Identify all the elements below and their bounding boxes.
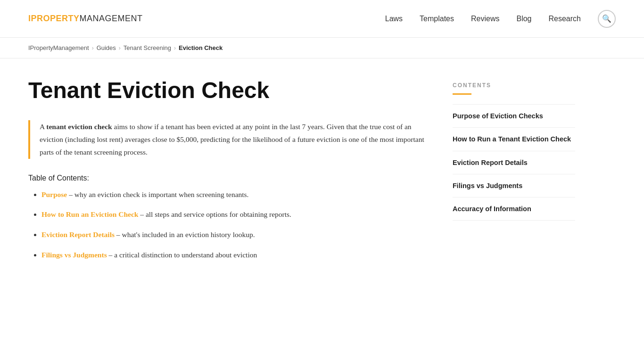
breadcrumb-separator-1: › <box>92 45 94 51</box>
toc-list: Purpose – why an eviction check is impor… <box>28 189 424 261</box>
logo-iproperty: iPROPERTY <box>28 14 80 24</box>
breadcrumb-item-guides[interactable]: Guides <box>97 44 116 51</box>
intro-bold: tenant eviction check <box>46 123 112 131</box>
site-logo[interactable]: iPROPERTYMANAGEMENT <box>28 14 143 24</box>
page-title: Tenant Eviction Check <box>28 77 424 103</box>
list-item: How to Run an Eviction Check – all steps… <box>41 209 424 221</box>
contents-nav-item-report-details[interactable]: Eviction Report Details <box>453 151 575 174</box>
contents-divider <box>453 93 471 95</box>
breadcrumb: IPropertyManagement › Guides › Tenant Sc… <box>0 38 644 58</box>
contents-label: CONTENTS <box>453 82 575 89</box>
search-icon: 🔍 <box>602 14 611 23</box>
article: Tenant Eviction Check A tenant eviction … <box>28 77 424 270</box>
intro-block: A tenant eviction check aims to show if … <box>28 120 424 158</box>
toc-link-how-to-run[interactable]: How to Run an Eviction Check <box>41 210 138 218</box>
list-item: Eviction Report Details – what's include… <box>41 229 424 241</box>
sidebar: CONTENTS Purpose of Eviction Checks How … <box>453 77 575 270</box>
site-header: iPROPERTYMANAGEMENT Laws Templates Revie… <box>0 0 644 38</box>
nav-item-laws[interactable]: Laws <box>385 15 403 23</box>
breadcrumb-item-tenant-screening[interactable]: Tenant Screening <box>124 44 171 51</box>
nav-item-blog[interactable]: Blog <box>516 15 531 23</box>
nav-item-templates[interactable]: Templates <box>420 15 454 23</box>
contents-nav-item-accuracy[interactable]: Accuracy of Information <box>453 197 575 221</box>
nav-item-research[interactable]: Research <box>549 15 581 23</box>
toc-colon: : <box>87 174 89 182</box>
intro-prefix: A <box>40 123 46 131</box>
contents-nav-item-purpose[interactable]: Purpose of Eviction Checks <box>453 104 575 128</box>
logo-management: MANAGEMENT <box>80 14 143 24</box>
main-nav: Laws Templates Reviews Blog Research 🔍 <box>385 10 616 28</box>
breadcrumb-separator-3: › <box>174 45 176 51</box>
toc-link-purpose[interactable]: Purpose <box>41 190 67 198</box>
toc-heading-text: Table of Contents <box>28 174 87 182</box>
toc-suffix-how-to-run: – all steps and service options for obta… <box>138 210 291 218</box>
toc-suffix-filings-judgments: – a critical distinction to understand a… <box>107 251 257 259</box>
contents-nav: Purpose of Eviction Checks How to Run a … <box>453 104 575 221</box>
contents-nav-item-filings[interactable]: Filings vs Judgments <box>453 174 575 197</box>
toc-suffix-purpose: – why an eviction check is important whe… <box>67 190 248 198</box>
toc-link-report-details[interactable]: Eviction Report Details <box>41 230 115 239</box>
page-content: Tenant Eviction Check A tenant eviction … <box>0 58 644 298</box>
search-button[interactable]: 🔍 <box>598 10 616 28</box>
list-item: Filings vs Judgments – a critical distin… <box>41 249 424 261</box>
toc-link-filings-judgments[interactable]: Filings vs Judgments <box>41 251 107 259</box>
toc-suffix-report-details: – what's included in an eviction history… <box>115 230 255 239</box>
list-item: Purpose – why an eviction check is impor… <box>41 189 424 201</box>
intro-paragraph: A tenant eviction check aims to show if … <box>40 120 424 158</box>
breadcrumb-item-home[interactable]: IPropertyManagement <box>28 44 89 51</box>
breadcrumb-current: Eviction Check <box>179 44 223 51</box>
toc-heading: Table of Contents: <box>28 174 424 182</box>
nav-item-reviews[interactable]: Reviews <box>471 15 499 23</box>
contents-nav-item-how-to-run[interactable]: How to Run a Tenant Eviction Check <box>453 128 575 151</box>
breadcrumb-separator-2: › <box>119 45 121 51</box>
